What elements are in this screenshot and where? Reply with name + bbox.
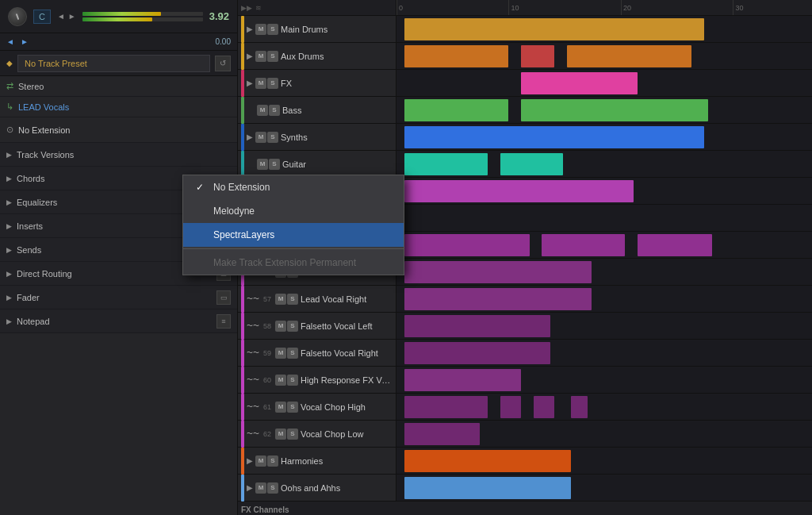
fx-channels-header: FX Channels — [238, 502, 812, 515]
clip[interactable] — [404, 99, 508, 121]
track-content — [396, 16, 812, 42]
clip[interactable] — [404, 369, 521, 391]
track-name: Synths — [281, 133, 393, 142]
clip[interactable] — [404, 450, 571, 472]
mute-button[interactable]: M — [257, 105, 268, 116]
clip[interactable] — [404, 261, 592, 283]
clip[interactable] — [638, 234, 712, 256]
clip[interactable] — [404, 342, 550, 364]
track-name: Falsetto Vocal Left — [301, 321, 393, 331]
solo-button[interactable]: S — [287, 429, 298, 440]
mute-button[interactable]: M — [257, 159, 268, 170]
extension-row[interactable]: ⊙ No Extension — [0, 117, 237, 143]
note-display: C — [33, 10, 51, 24]
clip[interactable] — [404, 153, 488, 175]
solo-button[interactable]: S — [287, 294, 298, 305]
mute-button[interactable]: M — [255, 482, 266, 494]
waveform-icon: 〜〜 — [247, 348, 259, 357]
notepad-button[interactable]: ≡ — [216, 314, 231, 329]
track-number: 58 — [263, 322, 271, 330]
solo-button[interactable]: S — [267, 132, 278, 143]
track-controls: 〜〜 60 M S High Response FX Vocal — [238, 367, 396, 393]
reload-button[interactable]: ↺ — [215, 56, 231, 71]
solo-button[interactable]: S — [287, 375, 298, 386]
clip[interactable] — [404, 180, 633, 202]
track-controls: ▶ M S Aux Drums — [238, 43, 396, 69]
solo-button[interactable]: S — [287, 348, 298, 359]
clip[interactable] — [500, 396, 521, 418]
solo-button[interactable]: S — [267, 482, 278, 494]
clip[interactable] — [500, 153, 563, 175]
track-versions-section[interactable]: ▶ Track Versions — [0, 143, 237, 167]
mute-button[interactable]: M — [275, 348, 286, 359]
solo-button[interactable]: S — [267, 51, 278, 62]
solo-button[interactable]: S — [267, 455, 278, 467]
check-icon: ✓ — [196, 182, 207, 193]
clip[interactable] — [404, 45, 508, 67]
track-color-bar — [241, 394, 244, 421]
mute-button[interactable]: M — [275, 375, 286, 386]
clip[interactable] — [521, 45, 554, 67]
dropdown-item-melodyne[interactable]: Melodyne — [183, 199, 404, 223]
clip[interactable] — [404, 423, 479, 445]
mute-button[interactable]: M — [275, 402, 286, 413]
track-name: Oohs and Ahhs — [281, 483, 393, 493]
clip[interactable] — [567, 45, 691, 67]
ms-buttons: M S — [275, 402, 298, 413]
track-content — [396, 448, 812, 474]
stereo-icon: ⇄ — [6, 81, 13, 91]
clip[interactable] — [404, 18, 703, 40]
dropdown-item-no-extension[interactable]: ✓ No Extension — [183, 175, 404, 199]
mute-button[interactable]: M — [255, 132, 266, 143]
solo-button[interactable]: S — [269, 105, 280, 116]
folder-icon: ▶ — [247, 52, 253, 60]
preset-selector[interactable]: No Track Preset — [17, 55, 210, 72]
clip[interactable] — [571, 396, 588, 418]
track-number: 60 — [263, 376, 271, 384]
folder-icon: ▶ — [247, 483, 253, 492]
track-name: Guitar — [282, 159, 393, 169]
clip[interactable] — [404, 234, 529, 256]
mute-button[interactable]: M — [275, 429, 286, 440]
clip[interactable] — [542, 234, 625, 256]
track-controls: ▶ M S Main Drums — [238, 16, 396, 42]
mute-button[interactable]: M — [255, 24, 266, 35]
solo-button[interactable]: S — [267, 78, 278, 89]
direct-routing-arrow: ▶ — [6, 270, 12, 278]
timeline-mark-10: 10 — [508, 0, 519, 15]
dropdown-item-make-permanent: Make Track Extension Permanent — [183, 251, 404, 275]
timeline-mark-30: 30 — [733, 0, 743, 15]
mute-button[interactable]: M — [255, 455, 266, 467]
fader-button[interactable]: ▭ — [216, 290, 231, 305]
mute-button[interactable]: M — [275, 321, 286, 332]
fader-section[interactable]: ▶ Fader ▭ — [0, 286, 237, 309]
track-number: 57 — [263, 295, 271, 303]
clip[interactable] — [521, 99, 708, 121]
fader-icon: ▭ — [220, 294, 228, 302]
clip[interactable] — [404, 126, 703, 148]
solo-button[interactable]: S — [287, 402, 298, 413]
track-versions-arrow: ▶ — [6, 151, 12, 159]
ms-buttons: M S — [255, 132, 278, 143]
clip[interactable] — [404, 315, 550, 337]
solo-button[interactable]: S — [269, 159, 280, 170]
track-name: High Response FX Vocal — [301, 375, 393, 385]
solo-button[interactable]: S — [267, 24, 278, 35]
clip[interactable] — [404, 396, 488, 418]
clip[interactable] — [404, 288, 592, 310]
dropdown-item-spectralayers[interactable]: SpectraLayers — [183, 223, 404, 247]
clip[interactable] — [404, 477, 571, 499]
clip[interactable] — [534, 396, 554, 418]
notepad-section[interactable]: ▶ Notepad ≡ — [0, 309, 237, 333]
mute-button[interactable]: M — [275, 294, 286, 305]
timeline-markers-container: 0 10 20 30 — [396, 0, 812, 15]
mute-button[interactable]: M — [255, 51, 266, 62]
clip[interactable] — [521, 72, 638, 94]
timeline-mark-0: 0 — [396, 0, 403, 15]
mute-button[interactable]: M — [255, 78, 266, 89]
solo-button[interactable]: S — [287, 321, 298, 332]
volume-knob[interactable] — [8, 7, 27, 26]
track-row: 〜〜 58 M S Falsetto Vocal Left — [238, 313, 812, 340]
track-content — [396, 43, 812, 69]
meter-fill-right — [82, 17, 152, 21]
